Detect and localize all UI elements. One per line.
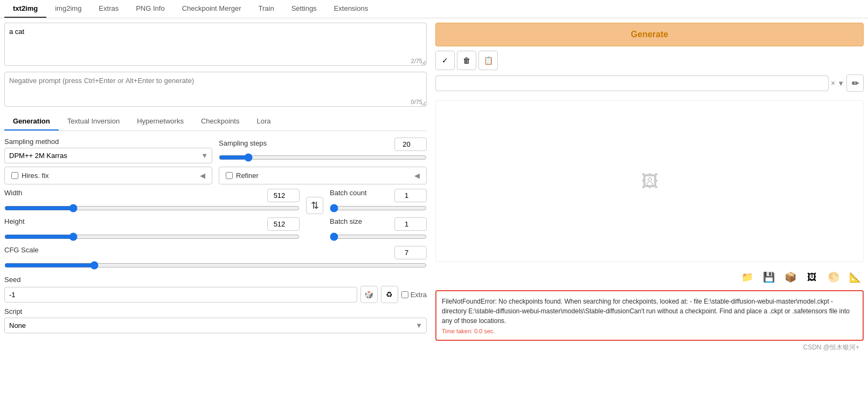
model-select-input[interactable] <box>435 75 829 91</box>
error-message: FileNotFoundError: No checkpoints found.… <box>442 297 857 326</box>
bottom-toolbar: 📁 💾 📦 🖼 🌕 📐 <box>435 269 864 286</box>
width-number[interactable] <box>267 189 300 202</box>
resize-button[interactable]: 📐 <box>846 269 864 286</box>
positive-prompt-area: 2/75 <box>4 23 427 67</box>
height-number[interactable] <box>267 217 300 231</box>
generate-button[interactable]: Generate <box>435 23 864 46</box>
left-panel: 2/75 0/75 Generation Textual Inversion H… <box>0 18 431 359</box>
negative-prompt-area: 0/75 <box>4 72 427 108</box>
height-group: Height <box>4 217 300 243</box>
positive-prompt-input[interactable] <box>4 23 427 66</box>
checkmark-button[interactable]: ✓ <box>435 51 455 70</box>
hires-arrow-icon: ◀ <box>200 171 205 180</box>
width-group: Width <box>4 189 300 214</box>
batch-size-number[interactable] <box>394 217 427 231</box>
refiner-arrow-icon: ◀ <box>414 171 420 180</box>
tab-textual-inversion[interactable]: Textual Inversion <box>59 113 129 131</box>
seed-recycle-button[interactable]: ♻ <box>381 286 398 303</box>
batch-size-label: Batch size <box>330 217 362 231</box>
seed-group: Seed 🎲 ♻ Extra <box>4 276 427 303</box>
error-box: FileNotFoundError: No checkpoints found.… <box>435 290 864 341</box>
batch-count-slider[interactable] <box>330 204 427 212</box>
swap-dimensions-button[interactable]: ⇅ <box>306 197 323 214</box>
nav-tab-extras[interactable]: Extras <box>90 0 127 18</box>
sampling-steps-slider[interactable] <box>219 153 427 162</box>
cfg-scale-label: CFG Scale <box>4 246 39 259</box>
negative-token-count: 0/75 <box>411 99 422 105</box>
image-button[interactable]: 🖼 <box>803 269 821 286</box>
seed-dice-button[interactable]: 🎲 <box>360 286 378 303</box>
tab-lora[interactable]: Lora <box>248 113 279 131</box>
script-group: Script None ▼ <box>4 307 427 333</box>
batch-count-label: Batch count <box>330 189 367 202</box>
batch-count-group: Batch count <box>330 189 427 214</box>
watermark: CSDN @恒木银河+ <box>435 341 864 354</box>
nav-tab-extensions[interactable]: Extensions <box>325 0 377 18</box>
time-taken-label: Time taken: <box>442 328 473 334</box>
refiner-group: Refiner ◀ <box>219 167 427 184</box>
batch-size-slider[interactable] <box>330 232 427 241</box>
refiner-checkbox[interactable] <box>226 172 233 179</box>
pencil-button[interactable]: ✏ <box>846 74 864 92</box>
cfg-scale-number[interactable] <box>394 246 427 259</box>
seed-extra-label[interactable]: Extra <box>401 291 427 299</box>
sampling-method-select[interactable]: DPM++ 2M Karras <box>4 148 212 163</box>
negative-prompt-input[interactable] <box>4 72 427 107</box>
time-taken-value: 0.0 sec. <box>474 328 495 334</box>
refiner-checkbox-row[interactable]: Refiner ◀ <box>219 167 427 184</box>
image-placeholder-icon: 🖼 <box>641 171 658 191</box>
batch-count-number[interactable] <box>394 189 427 202</box>
settings-button[interactable]: 🌕 <box>825 269 842 286</box>
generation-tabs: Generation Textual Inversion Hypernetwor… <box>4 113 427 131</box>
open-folder-button[interactable]: 📁 <box>739 269 756 286</box>
positive-token-count: 2/75 <box>411 58 422 64</box>
extras-button[interactable]: 📦 <box>782 269 799 286</box>
sampling-method-group: Sampling method DPM++ 2M Karras ▼ <box>4 138 212 163</box>
sampling-steps-group: Sampling steps <box>219 138 427 163</box>
width-slider[interactable] <box>4 204 300 212</box>
batch-size-group: Batch size <box>330 217 427 243</box>
model-dropdown-icon: ▼ <box>837 79 844 87</box>
nav-tab-txt2img[interactable]: txt2img <box>4 0 46 18</box>
top-nav: txt2img img2img Extras PNG Info Checkpoi… <box>0 0 868 18</box>
hires-fix-label: Hires. fix <box>22 171 49 180</box>
time-taken: Time taken: 0.0 sec. <box>442 328 857 334</box>
height-slider[interactable] <box>4 232 300 241</box>
image-output-area: 🖼 <box>435 100 864 262</box>
cfg-scale-group: CFG Scale <box>4 246 427 271</box>
hires-fix-checkbox[interactable] <box>11 172 18 179</box>
right-panel: Generate ✓ 🗑 📋 × ▼ ✏ 🖼 📁 💾 📦 🖼 🌕 <box>431 18 868 359</box>
script-label: Script <box>4 307 427 315</box>
height-label: Height <box>4 217 25 231</box>
tab-hypernetworks[interactable]: Hypernetworks <box>128 113 192 131</box>
nav-tab-checkpoint-merger[interactable]: Checkpoint Merger <box>173 0 250 18</box>
cfg-scale-slider[interactable] <box>4 261 427 270</box>
seed-label: Seed <box>4 276 427 284</box>
nav-tab-png-info[interactable]: PNG Info <box>127 0 173 18</box>
sampling-steps-number[interactable] <box>394 138 427 151</box>
hires-fix-group: Hires. fix ◀ <box>4 167 212 184</box>
tab-generation[interactable]: Generation <box>4 113 59 131</box>
refiner-label: Refiner <box>236 171 259 180</box>
nav-tab-img2img[interactable]: img2img <box>46 0 90 18</box>
script-select[interactable]: None <box>4 318 427 333</box>
seed-extra-checkbox[interactable] <box>401 291 408 298</box>
nav-tab-settings[interactable]: Settings <box>283 0 325 18</box>
tab-checkpoints[interactable]: Checkpoints <box>192 113 248 131</box>
close-model-button[interactable]: × <box>831 79 835 87</box>
width-label: Width <box>4 189 22 202</box>
seed-input[interactable] <box>4 287 357 303</box>
save-button[interactable]: 💾 <box>760 269 777 286</box>
sampling-method-label: Sampling method <box>4 138 212 146</box>
nav-tab-train[interactable]: Train <box>250 0 283 18</box>
hires-fix-checkbox-row[interactable]: Hires. fix ◀ <box>4 167 212 184</box>
sampling-steps-label: Sampling steps <box>219 139 267 147</box>
trash-button[interactable]: 🗑 <box>457 51 476 70</box>
clipboard-button[interactable]: 📋 <box>478 51 498 70</box>
